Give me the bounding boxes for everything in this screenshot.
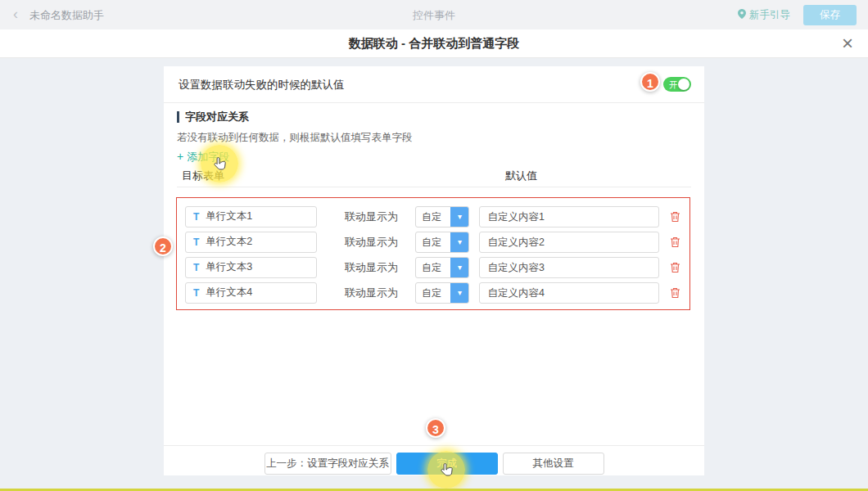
target-field-value: 单行文本2 — [206, 235, 252, 249]
target-field-input[interactable]: T 单行文本3 — [185, 257, 317, 278]
modal-body: 设置数据联动失败的时候的默认值 1 开 字段对应关系 若没有联动到任何数据，则根… — [0, 58, 868, 491]
mode-dropdown[interactable]: 自定义 ▾ — [415, 282, 469, 304]
chevron-down-icon: ▾ — [450, 258, 468, 277]
mode-dropdown[interactable]: 自定义 ▾ — [415, 232, 469, 253]
topbar-right: 新手引导 保存 — [738, 0, 857, 29]
target-field-value: 单行文本4 — [206, 286, 252, 300]
plus-icon: + — [177, 150, 183, 163]
delete-row-button[interactable] — [670, 286, 681, 300]
modal-header: 数据联动 - 合并联动到普通字段 × — [0, 29, 868, 58]
field-mapping-row: T 单行文本1 联动显示为 自定义 ▾ 自定义内容1 — [177, 204, 689, 229]
column-header-default-value: 默认值 — [505, 169, 537, 183]
text-field-icon: T — [193, 262, 199, 273]
delete-row-button[interactable] — [670, 236, 681, 249]
relation-label: 联动显示为 — [345, 209, 398, 224]
toggle-knob — [678, 79, 689, 90]
delete-row-button[interactable] — [670, 210, 681, 223]
previous-step-button[interactable]: 上一步：设置字段对应关系 — [264, 453, 391, 475]
field-mapping-highlight-box: T 单行文本1 联动显示为 自定义 ▾ 自定义内容1 T 单行文本2 — [176, 197, 690, 310]
mode-value: 自定义 — [416, 207, 450, 227]
field-mapping-row: T 单行文本3 联动显示为 自定义 ▾ 自定义内容3 — [177, 255, 689, 280]
mode-value: 自定义 — [416, 258, 450, 277]
location-pin-icon — [738, 9, 746, 21]
guide-step-1-badge: 1 — [640, 72, 660, 92]
target-field-input[interactable]: T 单行文本2 — [185, 232, 317, 253]
target-field-value: 单行文本3 — [206, 260, 252, 274]
mode-dropdown[interactable]: 自定义 ▾ — [415, 206, 469, 227]
page-title: 控件事件 — [413, 8, 455, 23]
other-settings-button[interactable]: 其他设置 — [503, 453, 604, 475]
header-divider — [177, 187, 691, 187]
toggle-on-label: 开 — [669, 79, 678, 89]
guide-label: 新手引导 — [749, 8, 790, 22]
text-field-icon: T — [193, 236, 199, 248]
mode-value: 自定义 — [416, 232, 450, 252]
relation-label: 联动显示为 — [345, 260, 398, 275]
target-field-input[interactable]: T 单行文本4 — [185, 282, 317, 304]
text-field-icon: T — [193, 287, 199, 299]
field-mapping-row: T 单行文本4 联动显示为 自定义 ▾ 自定义内容4 — [177, 280, 689, 305]
default-setting-label: 设置数据联动失败的时候的默认值 — [179, 78, 345, 92]
text-field-icon: T — [193, 211, 199, 223]
mode-value: 自定义 — [416, 283, 450, 303]
default-value-input[interactable]: 自定义内容4 — [479, 282, 659, 304]
target-field-input[interactable]: T 单行文本1 — [185, 206, 317, 227]
screen: ‹ 未命名数据助手 控件事件 新手引导 保存 数据联动 - 合并联动到普通字段 … — [0, 0, 868, 491]
guide-step-2-badge: 2 — [153, 236, 173, 256]
section-title: 字段对应关系 — [177, 111, 249, 123]
chevron-down-icon: ▾ — [450, 232, 468, 252]
back-icon[interactable]: ‹ — [13, 6, 18, 22]
field-mapping-row: T 单行文本2 联动显示为 自定义 ▾ 自定义内容2 — [177, 229, 689, 255]
relation-label: 联动显示为 — [345, 235, 398, 250]
hand-cursor-icon — [213, 156, 228, 176]
guide-link[interactable]: 新手引导 — [738, 8, 790, 22]
topbar: ‹ 未命名数据助手 控件事件 新手引导 保存 — [0, 0, 868, 29]
guide-step-3-badge: 3 — [426, 418, 445, 438]
relation-label: 联动显示为 — [345, 286, 398, 300]
default-value-input[interactable]: 自定义内容3 — [479, 257, 659, 278]
modal-title: 数据联动 - 合并联动到普通字段 — [0, 29, 868, 57]
card-header: 设置数据联动失败的时候的默认值 1 开 — [164, 66, 704, 103]
chevron-down-icon: ▾ — [450, 207, 468, 227]
default-value-input[interactable]: 自定义内容2 — [479, 232, 659, 253]
save-button[interactable]: 保存 — [803, 5, 857, 25]
settings-card: 设置数据联动失败的时候的默认值 1 开 字段对应关系 若没有联动到任何数据，则根… — [164, 66, 704, 475]
hand-cursor-icon — [440, 462, 454, 482]
default-value-input[interactable]: 自定义内容1 — [479, 206, 659, 227]
target-field-value: 单行文本1 — [206, 209, 252, 223]
chevron-down-icon: ▾ — [450, 283, 468, 303]
delete-row-button[interactable] — [670, 261, 681, 274]
mode-dropdown[interactable]: 自定义 ▾ — [415, 257, 469, 278]
close-icon[interactable]: × — [842, 32, 853, 55]
default-value-toggle[interactable]: 开 — [663, 77, 691, 92]
assistant-title: 未命名数据助手 — [29, 8, 104, 23]
section-description: 若没有联动到任何数据，则根据默认值填写表单字段 — [177, 131, 413, 145]
